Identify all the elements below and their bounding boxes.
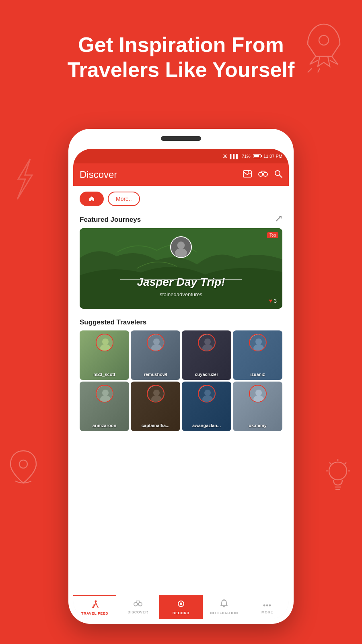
nav-item-record[interactable]: RECORD: [159, 595, 202, 619]
travelers-grid: m23_scott remushowl cuyacruzer: [73, 330, 289, 431]
svg-point-35: [102, 390, 109, 396]
signal-strength: 36: [222, 154, 227, 159]
phone-notch: [161, 136, 201, 141]
dots-icon: [263, 600, 272, 609]
svg-point-23: [102, 339, 109, 345]
svg-line-11: [345, 462, 346, 464]
phone-screen: 36 ▌▌▌ 71% 11:07 PM Discover: [73, 149, 289, 619]
phone-mockup: 36 ▌▌▌ 71% 11:07 PM Discover: [68, 129, 294, 624]
bottom-nav: TRAVEL FEED DISCOVER: [73, 595, 289, 619]
lightbulb-decoration: [324, 459, 352, 495]
nav-item-more[interactable]: MORE: [246, 595, 289, 619]
svg-point-53: [269, 605, 271, 607]
traveler-name: remushowl: [131, 372, 180, 377]
heart-icon: ♥: [269, 297, 272, 304]
nav-item-notification[interactable]: NOTIFICATION: [203, 595, 246, 619]
journey-tag: Top: [267, 232, 278, 238]
svg-point-47: [134, 603, 138, 606]
app-title: Discover: [80, 169, 117, 180]
featured-section-header: Featured Journeys: [73, 212, 289, 228]
filter-row: More..: [73, 186, 289, 212]
svg-line-17: [280, 175, 282, 178]
traveler-card[interactable]: m23_scott: [80, 330, 129, 380]
traveler-card[interactable]: cuyacruzer: [182, 330, 231, 380]
svg-point-48: [138, 603, 142, 606]
traveler-card[interactable]: izuaniz: [233, 330, 282, 380]
nav-item-travel-feed[interactable]: TRAVEL FEED: [73, 595, 116, 619]
svg-point-29: [204, 339, 211, 345]
signal-bars: ▌▌▌: [230, 154, 239, 159]
svg-point-44: [255, 390, 262, 396]
svg-point-20: [177, 242, 185, 249]
status-bar: 36 ▌▌▌ 71% 11:07 PM: [73, 149, 289, 163]
likes-count: 3: [274, 298, 277, 304]
bell-icon: [220, 599, 228, 610]
svg-line-10: [329, 462, 331, 464]
traveler-name: awangazlan...: [182, 423, 231, 428]
record-icon: [177, 599, 185, 610]
svg-point-50: [180, 603, 182, 605]
traveler-avatar: [198, 334, 216, 351]
traveler-card[interactable]: captainalfia...: [131, 382, 180, 431]
traveler-card[interactable]: remushowl: [131, 330, 180, 380]
discover-label: DISCOVER: [128, 610, 148, 614]
more-filter-button[interactable]: More..: [108, 192, 140, 206]
svg-point-41: [204, 390, 211, 396]
header-icons: [243, 170, 282, 180]
traveler-name: m23_scott: [80, 372, 129, 377]
svg-point-16: [275, 171, 280, 175]
svg-point-21: [175, 248, 187, 257]
binoculars-icon[interactable]: [258, 170, 268, 180]
traveler-name: uk.mimy: [233, 423, 282, 428]
record-label: RECORD: [173, 611, 189, 615]
suggested-section: Suggested Travelers m23_scott remushowl: [73, 315, 289, 435]
traveler-name: captainalfia...: [131, 423, 180, 428]
traveler-name: cuyacruzer: [182, 372, 231, 377]
traveler-card[interactable]: arimzaroon: [80, 382, 129, 431]
journey-card[interactable]: Top Jasper Day Trip! stainedadventures ♥…: [80, 228, 282, 309]
traveler-name: arimzaroon: [80, 423, 129, 428]
more-label: MORE: [261, 610, 273, 614]
svg-point-15: [263, 172, 267, 176]
journey-title: Jasper Day Trip!: [80, 276, 282, 289]
svg-point-51: [263, 605, 265, 607]
traveler-name: izuaniz: [233, 372, 282, 377]
app-header: Discover: [73, 163, 289, 186]
traveler-avatar: [249, 385, 267, 402]
hiker-icon: [90, 600, 99, 611]
svg-point-13: [248, 171, 251, 174]
svg-point-26: [153, 339, 160, 345]
bolt-decoration: [10, 157, 38, 201]
journey-avatar: [170, 236, 192, 258]
traveler-avatar: [198, 385, 216, 402]
svg-point-3: [19, 460, 27, 468]
traveler-avatar: [96, 334, 113, 351]
suggested-header: Suggested Travelers: [73, 315, 289, 330]
traveler-avatar: [147, 334, 165, 351]
traveler-avatar: [249, 334, 267, 351]
expand-icon[interactable]: [275, 215, 282, 224]
binoculars-nav-icon: [134, 600, 142, 609]
featured-title: Featured Journeys: [80, 216, 141, 224]
location-decoration: [7, 449, 39, 487]
svg-point-32: [255, 339, 262, 345]
scroll-content: More.. Featured Journeys: [73, 186, 289, 596]
time: 11:07 PM: [263, 154, 282, 159]
traveler-card[interactable]: awangazlan...: [182, 382, 231, 431]
home-filter-button[interactable]: [80, 192, 104, 206]
traveler-card[interactable]: uk.mimy: [233, 382, 282, 431]
notification-label: NOTIFICATION: [210, 611, 238, 615]
nav-item-discover[interactable]: DISCOVER: [116, 595, 159, 619]
traveler-avatar: [147, 385, 165, 402]
battery-icon: [253, 154, 261, 158]
svg-point-14: [259, 172, 263, 176]
suggested-title: Suggested Travelers: [80, 318, 146, 326]
envelope-icon[interactable]: [243, 170, 252, 180]
hero-headline: Get Inspiration From Travelers Like Your…: [0, 32, 362, 83]
battery-percent: 71%: [242, 154, 251, 159]
svg-point-4: [329, 462, 347, 480]
journey-likes: ♥ 3: [269, 297, 277, 304]
search-icon[interactable]: [274, 170, 282, 180]
traveler-avatar: [96, 385, 113, 402]
travel-feed-label: TRAVEL FEED: [81, 611, 108, 615]
